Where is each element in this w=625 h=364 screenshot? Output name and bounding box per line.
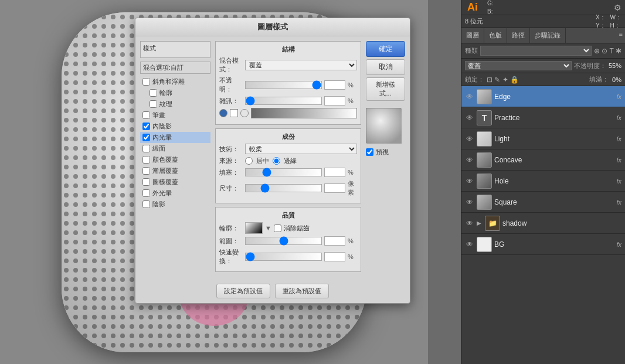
- color-transparent-circle[interactable]: [240, 109, 249, 117]
- style-shadow[interactable]: 陰影: [140, 199, 210, 210]
- panel-menu-icon[interactable]: ≡: [617, 28, 625, 43]
- style-texture-check[interactable]: [150, 100, 157, 108]
- style-gradient-overlay-check[interactable]: [142, 167, 150, 175]
- choke-row: 填塞： 25 %: [219, 168, 357, 177]
- style-gradient-overlay[interactable]: 漸層覆蓋: [140, 165, 210, 176]
- color-mode-circle[interactable]: [219, 109, 227, 117]
- kind-select[interactable]: [480, 46, 592, 56]
- style-texture[interactable]: 紋理: [140, 98, 210, 110]
- style-stroke[interactable]: 筆畫: [140, 110, 210, 121]
- style-inner-glow-check[interactable]: [142, 134, 150, 141]
- style-satin-check[interactable]: [142, 145, 150, 152]
- anti-alias-check[interactable]: [274, 224, 281, 232]
- noise-slider[interactable]: [245, 97, 322, 105]
- style-shadow-check[interactable]: [142, 200, 150, 208]
- source-edge-radio[interactable]: [273, 157, 280, 165]
- tab-paths[interactable]: 路徑: [507, 28, 530, 43]
- style-texture-label: 紋理: [159, 100, 172, 108]
- bit-depth-label: 8 位元: [465, 17, 483, 26]
- choke-slider[interactable]: [245, 168, 322, 176]
- size-input[interactable]: 55: [324, 183, 345, 193]
- style-stroke-check[interactable]: [142, 111, 150, 119]
- layer-name: Practice: [494, 114, 614, 122]
- eye-icon[interactable]: 👁: [465, 134, 474, 144]
- eye-icon[interactable]: 👁: [465, 113, 474, 123]
- style-color-overlay-check[interactable]: [142, 156, 150, 164]
- layer-item[interactable]: 👁 Hole fx: [461, 171, 625, 192]
- structure-header: 結構: [219, 45, 357, 54]
- layer-item[interactable]: 👁 ▶ 📁 shadow: [461, 213, 625, 234]
- opacity-input[interactable]: 100: [324, 80, 345, 90]
- lock-row: 鎖定： ⊡ ✎ ✦ 🔒 填滿： 0%: [461, 73, 625, 86]
- layer-item[interactable]: 👁 BG fx: [461, 234, 625, 255]
- eye-icon[interactable]: 👁: [465, 240, 474, 249]
- eye-icon[interactable]: 👁: [465, 198, 474, 207]
- tab-channels[interactable]: 色版: [484, 28, 507, 43]
- style-contour-check[interactable]: [150, 89, 157, 97]
- style-inner-shadow-check[interactable]: [142, 123, 150, 130]
- layer-item[interactable]: 👁 Light fx: [461, 128, 625, 149]
- preview-check[interactable]: [366, 148, 373, 156]
- style-pattern-overlay[interactable]: 圖樣覆蓋: [140, 176, 210, 188]
- anti-alias-label: 消除鋸齒: [284, 224, 310, 233]
- tab-layers[interactable]: 圖層: [461, 28, 484, 43]
- svg-rect-5: [366, 108, 402, 144]
- jitter-input[interactable]: 0: [324, 252, 345, 261]
- color-white-swatch[interactable]: [230, 109, 238, 117]
- layer-name: BG: [494, 240, 614, 249]
- style-outer-glow-check[interactable]: [142, 189, 150, 197]
- range-slider[interactable]: [245, 237, 322, 245]
- style-inner-glow[interactable]: 內光暈: [140, 132, 210, 143]
- expand-icon[interactable]: ▶: [477, 220, 481, 226]
- panel-tabs: 圖層 色版 路徑 步驟記錄 ≡: [461, 28, 625, 43]
- style-color-overlay[interactable]: 顏色覆蓋: [140, 154, 210, 165]
- noise-input[interactable]: 0: [324, 96, 345, 106]
- style-inner-glow-label: 內光暈: [152, 133, 172, 142]
- eye-icon[interactable]: 👁: [465, 176, 474, 186]
- new-style-button[interactable]: 新增樣式...: [366, 77, 405, 101]
- style-inner-shadow[interactable]: 內陰影: [140, 121, 210, 132]
- contour-dropdown-icon[interactable]: ▼: [265, 224, 271, 232]
- style-bevel[interactable]: 斜角和浮雕: [140, 76, 210, 87]
- layer-item[interactable]: 👁 T Practice fx: [461, 107, 625, 128]
- right-panel: Ai G: B: ⚙ 8 位元 X： Y： W： H： 圖層 色版 路徑 步驟記…: [461, 0, 625, 364]
- cancel-button[interactable]: 取消: [366, 59, 405, 75]
- layer-name: Edge: [494, 93, 614, 101]
- style-contour-label: 輪廓: [159, 89, 172, 97]
- blend-options-label[interactable]: 混合選項:自訂: [140, 62, 210, 74]
- confirm-button[interactable]: 確定: [366, 41, 405, 57]
- inner-glow-settings: 結構 混合模式： 覆蓋 不透明： 100 % 雜訊：: [215, 41, 361, 275]
- style-stroke-label: 筆畫: [152, 111, 165, 120]
- eye-icon[interactable]: 👁: [465, 92, 474, 101]
- set-default-button[interactable]: 設定為預設值: [216, 284, 270, 298]
- color-gradient-bar[interactable]: [251, 108, 357, 118]
- lock-label: 鎖定：: [465, 75, 484, 84]
- opacity-slider[interactable]: [245, 81, 322, 89]
- style-bevel-check[interactable]: [142, 78, 150, 86]
- reset-default-button[interactable]: 重設為預設值: [275, 284, 329, 298]
- choke-input[interactable]: 25: [324, 168, 345, 177]
- style-contour[interactable]: 輪廓: [140, 87, 210, 98]
- style-outer-glow[interactable]: 外光暈: [140, 188, 210, 199]
- opacity-unit: %: [348, 81, 357, 89]
- choke-unit: %: [348, 169, 357, 176]
- style-gradient-overlay-label: 漸層覆蓋: [152, 166, 178, 175]
- layer-item[interactable]: 👁 Concave fx: [461, 149, 625, 171]
- jitter-slider[interactable]: [245, 253, 322, 261]
- blend-mode-select[interactable]: 覆蓋: [465, 61, 572, 70]
- blend-mode-select[interactable]: 覆蓋: [245, 60, 357, 70]
- settings-icon[interactable]: ⚙: [614, 3, 621, 12]
- layer-item[interactable]: 👁 Edge fx: [461, 86, 625, 107]
- technique-select[interactable]: 較柔: [245, 144, 357, 154]
- style-satin[interactable]: 緞面: [140, 143, 210, 154]
- tab-history[interactable]: 步驟記錄: [530, 28, 566, 43]
- eye-icon[interactable]: 👁: [465, 155, 474, 165]
- contour-preview[interactable]: [245, 222, 263, 234]
- style-pattern-overlay-check[interactable]: [142, 178, 150, 186]
- layer-item[interactable]: 👁 Square fx: [461, 192, 625, 213]
- layer-thumbnail: T: [477, 110, 492, 125]
- size-slider[interactable]: [245, 184, 322, 192]
- eye-icon[interactable]: 👁: [465, 219, 474, 228]
- source-center-radio[interactable]: [245, 157, 253, 165]
- range-input[interactable]: 50: [324, 236, 345, 246]
